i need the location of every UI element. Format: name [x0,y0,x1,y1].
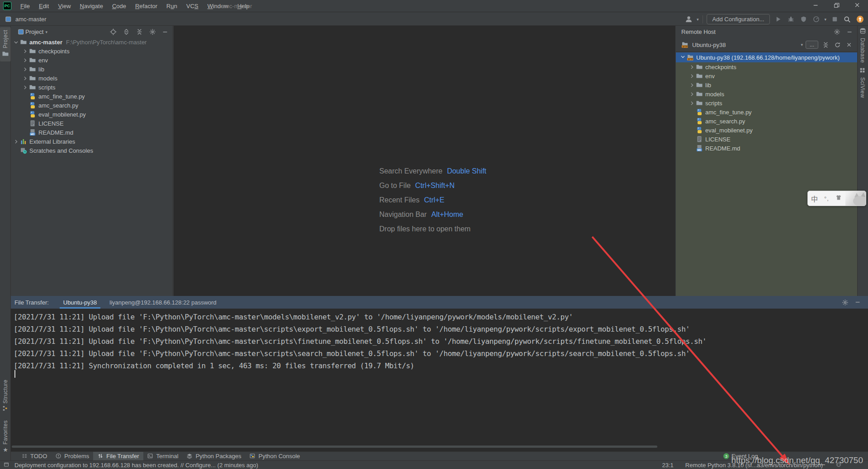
tree-item-scratches-and-consoles[interactable]: Scratches and Consoles [11,146,173,155]
tree-item-license[interactable]: LICENSE [11,119,173,128]
chevron-down-icon[interactable] [13,39,19,45]
tree-item-env[interactable]: env [11,56,173,65]
close-server-icon[interactable] [844,40,854,49]
tree-item-eval-mobilenet-py[interactable]: eval_mobilenet.py [11,110,173,119]
minimize-button[interactable] [806,0,826,12]
editor-area[interactable]: Search EverywhereDouble ShiftGo to FileC… [174,26,675,296]
transfer-log: [2021/7/31 11:21] Upload file 'F:\Python… [11,309,868,372]
sidebar-tab-database[interactable]: Database [857,28,868,63]
tree-item-readme-md-remote[interactable]: MDREADME.md [676,144,857,153]
tool-window-button-problems[interactable]: Problems [51,452,93,460]
user-icon[interactable] [684,15,693,24]
tool-window-button-file-transfer[interactable]: File Transfer [93,452,143,460]
tree-item-scripts[interactable]: scripts [11,83,173,92]
hide-project-panel-icon[interactable] [161,28,170,37]
menu-file[interactable]: File [16,0,34,12]
tree-item-label: amc-master [29,39,62,46]
collapse-all-icon[interactable] [135,28,144,37]
close-button[interactable] [847,0,868,12]
chevron-right-icon[interactable] [22,48,28,54]
browse-server-button[interactable]: ... [806,41,818,49]
tree-item-eval-mobilenet-py-remote[interactable]: eval_mobilenet.py [676,126,857,135]
tree-item-checkpoints-remote[interactable]: checkpoints [676,62,857,71]
chevron-right-icon[interactable] [689,91,695,97]
tree-item-readme-md[interactable]: MDREADME.md [11,128,173,137]
tree-item-lib-remote[interactable]: lib [676,80,857,89]
server-select[interactable]: Ubuntu-py38 ▾ [692,42,803,48]
breadcrumb[interactable]: amc-master [4,14,47,23]
stop-icon[interactable] [830,15,839,24]
chevron-right-icon[interactable] [689,64,695,70]
tree-item-amc-fine-tune-py[interactable]: amc_fine_tune.py [11,92,173,101]
project-panel-title[interactable]: Project [25,28,43,35]
chevron-right-icon[interactable] [22,84,28,90]
sidebar-tab-favorites[interactable]: Favorites ★ [0,420,11,453]
menu-navigate[interactable]: Navigate [75,0,108,12]
tree-item-models-remote[interactable]: models [676,89,857,98]
expand-all-icon[interactable] [122,28,131,37]
menu-refactor[interactable]: Refactor [131,0,162,12]
tree-item-amc-search-py-remote[interactable]: amc_search.py [676,117,857,126]
menu-edit[interactable]: Edit [34,0,53,12]
ime-punctuation-indicator[interactable]: °, [821,195,832,202]
tree-item-external-libraries[interactable]: External Libraries [11,137,173,146]
project-views-caret-icon[interactable]: ▾ [45,30,47,34]
add-configuration-button[interactable]: Add Configuration... [707,14,770,24]
menu-vcs[interactable]: VCS [182,0,203,12]
menu-code[interactable]: Code [108,0,131,12]
tree-item-amc-fine-tune-py-remote[interactable]: amc_fine_tune.py [676,108,857,117]
search-everywhere-icon[interactable] [843,15,852,24]
tree-item-scripts-remote[interactable]: scripts [676,98,857,108]
file-transfer-gear-icon[interactable] [840,298,849,307]
tree-item-models[interactable]: models [11,74,173,83]
chevron-right-icon[interactable] [22,66,28,72]
chevron-right-icon[interactable] [22,57,28,63]
tree-item-env-remote[interactable]: env [676,71,857,80]
tool-window-button-terminal[interactable]: Terminal [143,452,183,460]
refresh-icon[interactable] [833,40,842,49]
chevron-down-icon[interactable] [679,54,686,61]
run-icon[interactable] [774,15,783,24]
remote-collapse-all-icon[interactable] [821,40,830,49]
profiler-icon[interactable] [811,15,821,24]
update-available-icon[interactable] [855,15,864,24]
tree-item-license-remote[interactable]: LICENSE [676,135,857,144]
chevron-right-icon[interactable] [689,100,695,106]
tree-item-lib[interactable]: lib [11,65,173,74]
sidebar-tab-sciview[interactable]: SciView [857,67,868,98]
tool-window-button-todo[interactable]: TODO [17,452,51,460]
database-icon [859,28,866,36]
status-message[interactable]: Deployment configuration to 192.168.66.1… [14,462,258,469]
select-opened-file-icon[interactable] [108,28,118,37]
ime-skin-icon[interactable] [832,194,845,202]
tree-item-amc-search-py[interactable]: amc_search.py [11,101,173,110]
coverage-icon[interactable] [799,15,808,24]
chevron-right-icon[interactable] [689,73,695,79]
chevron-right-icon[interactable] [13,139,19,145]
horizontal-scrollbar[interactable] [12,446,657,448]
hide-remote-panel-icon[interactable] [845,28,854,37]
tree-item-checkpoints[interactable]: checkpoints [11,47,173,56]
file-transfer-tab-liyanpeng-192-168-66-128-22-password[interactable]: liyanpeng@192.168.66.128:22 password [103,296,223,309]
tool-window-button-python-packages[interactable]: Python Packages [183,452,245,460]
caret-position[interactable]: 23:1 [662,462,673,469]
sidebar-tab-structure[interactable]: Structure [0,380,11,413]
tool-window-button-python-console[interactable]: Python Console [245,452,304,460]
chevron-right-icon[interactable] [22,75,28,81]
tree-item-amc-master[interactable]: amc-masterF:\Python\PyTorch\amc-master [11,38,173,47]
console-caret [14,370,15,378]
file-transfer-tab-ubuntu-py38[interactable]: Ubuntu-py38 [57,296,103,309]
menu-run[interactable]: Run [162,0,182,12]
menu-view[interactable]: View [53,0,75,12]
maximize-button[interactable] [826,0,847,12]
sidebar-tab-project[interactable]: Project [0,27,11,61]
remote-root-row[interactable]: SFTP Ubuntu-py38 (192.168.66.128/home/li… [676,52,857,62]
debug-icon[interactable] [786,15,795,24]
remote-settings-gear-icon[interactable] [832,28,841,37]
file-transfer-console[interactable]: [2021/7/31 11:21] Upload file 'F:\Python… [11,309,868,452]
ime-toolbar[interactable]: 中 °, [807,191,866,206]
ime-language-indicator[interactable]: 中 [808,194,821,203]
chevron-right-icon[interactable] [689,82,695,88]
project-settings-gear-icon[interactable] [148,28,157,37]
hide-file-transfer-icon[interactable] [854,298,863,307]
